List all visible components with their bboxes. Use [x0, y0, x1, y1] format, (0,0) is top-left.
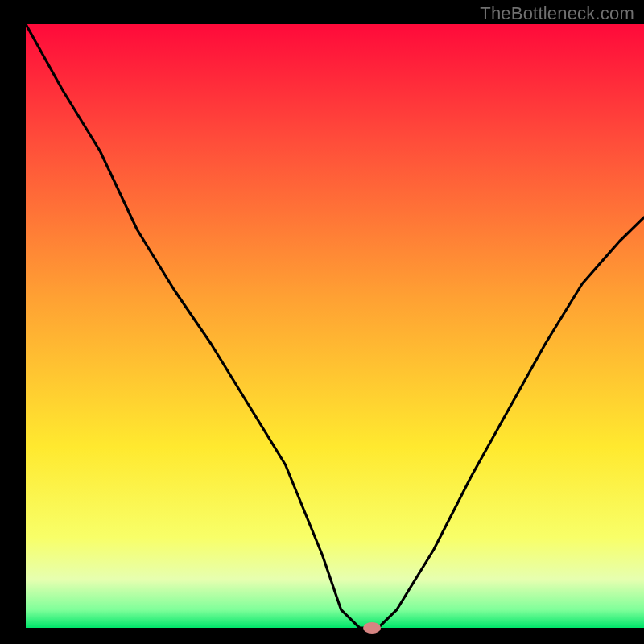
bottleneck-chart — [0, 0, 644, 644]
chart-stage: TheBottleneck.com — [0, 0, 644, 644]
plot-background — [26, 24, 644, 628]
watermark-text: TheBottleneck.com — [480, 3, 634, 24]
balance-point-marker — [363, 622, 381, 634]
